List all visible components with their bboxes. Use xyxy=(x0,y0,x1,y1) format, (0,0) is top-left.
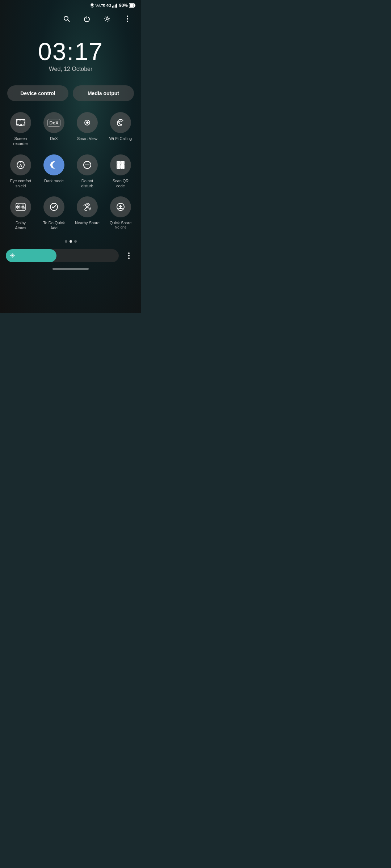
volte-icon: VoLTE xyxy=(95,4,105,7)
do-not-disturb-icon xyxy=(77,154,98,175)
qs-smart-view[interactable]: Smart View xyxy=(71,109,104,149)
qs-wifi-calling[interactable]: Wi-Fi Calling xyxy=(104,109,137,149)
qs-dex[interactable]: DeX DeX xyxy=(38,109,70,149)
clock-section: 03:17 Wed, 12 October xyxy=(0,28,141,80)
svg-text:A: A xyxy=(19,163,22,167)
brightness-icon: ☀ xyxy=(9,252,15,260)
page-dots xyxy=(0,237,141,246)
brightness-menu-button[interactable] xyxy=(122,249,135,262)
dex-icon: DeX xyxy=(43,112,64,133)
scan-qr-label: Scan QRcode xyxy=(113,178,129,189)
svg-rect-1 xyxy=(113,5,114,8)
bluetooth-icon xyxy=(90,3,94,8)
nav-pill xyxy=(52,268,89,270)
brightness-row: ☀ xyxy=(0,246,141,265)
qs-quick-share[interactable]: Quick Share No one xyxy=(104,193,137,234)
settings-button[interactable] xyxy=(101,12,114,25)
clock-time: 03:17 xyxy=(0,39,141,64)
svg-rect-6 xyxy=(130,4,134,7)
svg-rect-2 xyxy=(115,5,116,8)
quick-share-sublabel: No one xyxy=(115,225,126,229)
do-not-disturb-label: Do notdisturb xyxy=(81,178,93,189)
svg-point-44 xyxy=(128,252,130,254)
smart-view-label: Smart View xyxy=(77,136,97,141)
search-button[interactable] xyxy=(60,12,73,25)
4g-icon: 4G xyxy=(106,4,111,8)
svg-point-12 xyxy=(127,21,128,22)
qs-dolby-atmos[interactable]: Dolby DolbyAtmos xyxy=(4,193,37,234)
qs-screen-recorder[interactable]: Screenrecorder xyxy=(4,109,37,149)
dark-mode-icon xyxy=(43,154,64,175)
svg-point-41 xyxy=(22,206,24,208)
dex-label: DeX xyxy=(50,136,58,141)
todo-icon xyxy=(43,196,64,217)
device-control-button[interactable]: Device control xyxy=(7,85,68,101)
qs-dark-mode[interactable]: Dark mode xyxy=(38,151,70,192)
more-button[interactable] xyxy=(121,12,134,25)
todo-label: To Do QuickAdd xyxy=(43,220,65,231)
brightness-slider[interactable]: ☀ xyxy=(6,249,119,262)
dot-3 xyxy=(74,240,77,243)
svg-rect-35 xyxy=(121,167,122,169)
nearby-share-icon xyxy=(77,196,98,217)
svg-point-11 xyxy=(127,18,128,20)
qs-todo-quick-add[interactable]: To Do QuickAdd xyxy=(38,193,70,234)
svg-point-39 xyxy=(18,206,19,208)
nearby-share-label: Nearby Share xyxy=(75,220,100,225)
nav-bar xyxy=(0,265,141,272)
brightness-fill: ☀ xyxy=(6,249,56,262)
svg-point-7 xyxy=(64,16,68,20)
svg-rect-3 xyxy=(116,4,117,8)
dark-mode-label: Dark mode xyxy=(44,178,64,183)
signal-icon xyxy=(112,3,118,8)
svg-rect-33 xyxy=(123,167,124,169)
eye-comfort-icon: A xyxy=(10,154,31,175)
quick-settings-grid: Screenrecorder DeX DeX Smart View xyxy=(0,106,141,237)
smart-view-icon xyxy=(77,112,98,133)
clock-date: Wed, 12 October xyxy=(0,66,141,72)
svg-point-10 xyxy=(127,16,128,17)
qs-eye-comfort[interactable]: A Eye comfortshield xyxy=(4,151,37,192)
top-controls xyxy=(0,9,141,28)
status-bar: VoLTE 4G 90% xyxy=(0,0,141,9)
dot-2 xyxy=(70,240,72,243)
svg-line-23 xyxy=(18,162,19,163)
svg-rect-31 xyxy=(118,166,119,168)
svg-rect-5 xyxy=(135,5,135,7)
svg-point-46 xyxy=(128,258,130,259)
screen-recorder-icon xyxy=(10,112,31,133)
wifi-calling-icon xyxy=(110,112,131,133)
battery-percentage: 90% xyxy=(119,3,128,8)
battery-icon xyxy=(129,3,135,8)
quick-share-icon xyxy=(110,196,131,217)
power-button[interactable] xyxy=(80,12,93,25)
svg-point-19 xyxy=(20,161,21,162)
svg-rect-14 xyxy=(17,120,24,124)
media-output-button[interactable]: Media output xyxy=(73,85,134,101)
eye-comfort-label: Eye comfortshield xyxy=(10,178,31,189)
svg-point-45 xyxy=(128,255,130,256)
svg-line-20 xyxy=(23,162,24,163)
svg-rect-0 xyxy=(112,6,113,8)
svg-rect-29 xyxy=(118,162,119,164)
dolby-atmos-icon: Dolby xyxy=(10,196,31,217)
qs-scan-qr[interactable]: Scan QRcode xyxy=(104,151,137,192)
svg-line-8 xyxy=(68,20,70,22)
wifi-calling-label: Wi-Fi Calling xyxy=(109,136,132,141)
svg-rect-30 xyxy=(122,162,123,164)
quick-share-label: Quick Share xyxy=(110,220,132,225)
dot-1 xyxy=(65,240,67,243)
control-buttons-row: Device control Media output xyxy=(0,80,141,106)
dolby-atmos-label: DolbyAtmos xyxy=(15,220,26,231)
screen-recorder-label: Screenrecorder xyxy=(13,136,28,146)
svg-rect-32 xyxy=(121,165,122,167)
qs-nearby-share[interactable]: Nearby Share xyxy=(71,193,104,234)
svg-rect-34 xyxy=(123,165,124,167)
svg-point-9 xyxy=(106,18,108,20)
qs-do-not-disturb[interactable]: Do notdisturb xyxy=(71,151,104,192)
scan-qr-icon xyxy=(110,154,131,175)
